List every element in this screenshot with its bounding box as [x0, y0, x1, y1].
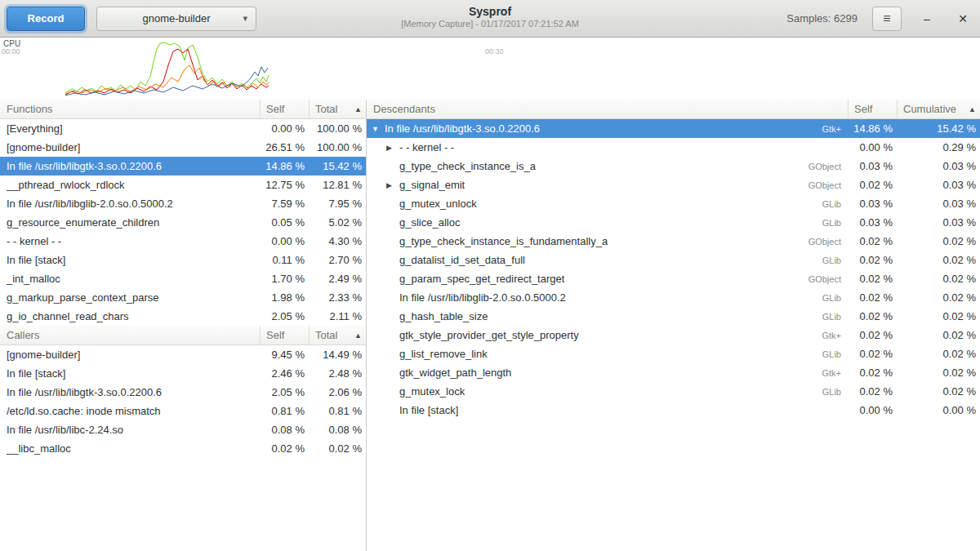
- self-value: 14.86 %: [848, 122, 897, 135]
- function-name-cell: g_param_spec_get_redirect_targetGObject: [367, 273, 848, 285]
- process-selector[interactable]: gnome-builder ▾: [96, 7, 256, 31]
- function-name: __pthread_rwlock_rdlock: [0, 179, 260, 191]
- total-value: 2.06 %: [309, 386, 366, 398]
- library-badge: GObject: [800, 274, 848, 284]
- total-column-header[interactable]: Total ▲: [309, 326, 366, 344]
- function-name-cell: g_type_check_instance_is_fundamentally_a…: [367, 235, 848, 247]
- table-row[interactable]: - - kernel - -0.00 %4.30 %: [0, 232, 366, 251]
- minimize-button[interactable]: –: [916, 8, 938, 29]
- function-name: In file /usr/lib/libglib-2.0.so.0.5000.2: [399, 291, 566, 304]
- self-value: 0.05 %: [260, 216, 309, 229]
- tree-row[interactable]: g_type_check_instance_is_fundamentally_a…: [367, 232, 980, 251]
- total-column-header[interactable]: Total ▲: [309, 100, 366, 118]
- tree-row[interactable]: ▶- - kernel - -0.00 %0.29 %: [367, 138, 980, 157]
- samples-count: Samples: 6299: [786, 12, 858, 24]
- tree-row[interactable]: g_mutex_lockGLib0.02 %0.02 %: [367, 382, 980, 401]
- cumulative-value: 15.42 %: [897, 122, 980, 135]
- expand-icon[interactable]: ▶: [386, 144, 399, 152]
- function-name: g_list_remove_link: [399, 348, 488, 360]
- expand-icon[interactable]: ▶: [386, 181, 399, 189]
- table-row[interactable]: /etc/ld.so.cache: inode mismatch0.81 %0.…: [0, 402, 366, 420]
- table-row[interactable]: [Everything]0.00 %100.00 %: [0, 119, 366, 138]
- cumulative-column-header[interactable]: Cumulative ▲: [897, 100, 980, 118]
- self-value: 0.08 %: [260, 424, 309, 436]
- table-row[interactable]: g_resource_enumerate_children0.05 %5.02 …: [0, 213, 366, 232]
- tree-row[interactable]: In file /usr/lib/libglib-2.0.so.0.5000.2…: [367, 288, 980, 307]
- collapse-icon[interactable]: ▼: [372, 125, 385, 133]
- record-button[interactable]: Record: [7, 7, 85, 31]
- process-selector-label: gnome-builder: [142, 12, 210, 24]
- tree-row[interactable]: g_hash_table_sizeGLib0.02 %0.02 %: [367, 307, 980, 326]
- tree-row[interactable]: ▼In file /usr/lib/libgtk-3.so.0.2200.6Gt…: [367, 119, 980, 138]
- tree-row[interactable]: g_type_check_instance_is_aGObject0.03 %0…: [367, 157, 980, 176]
- table-row[interactable]: g_markup_parse_context_parse1.98 %2.33 %: [0, 288, 366, 307]
- self-value: 0.02 %: [848, 367, 897, 379]
- self-value: 9.45 %: [260, 349, 309, 361]
- self-value: 0.03 %: [848, 160, 897, 172]
- cumulative-value: 0.03 %: [897, 216, 980, 229]
- function-name: gtk_style_provider_get_style_property: [399, 329, 579, 341]
- function-name: In file /usr/lib/libgtk-3.so.0.2200.6: [0, 386, 260, 398]
- table-row[interactable]: In file /usr/lib/libglib-2.0.so.0.5000.2…: [0, 194, 366, 213]
- function-name: - - kernel - -: [0, 235, 260, 247]
- table-row[interactable]: __pthread_rwlock_rdlock12.75 %12.81 %: [0, 176, 366, 194]
- total-value: 5.02 %: [309, 216, 366, 229]
- tree-row[interactable]: g_param_spec_get_redirect_targetGObject0…: [367, 269, 980, 288]
- table-row[interactable]: In file [stack]2.46 %2.48 %: [0, 364, 366, 383]
- self-value: 2.05 %: [260, 310, 309, 322]
- cumulative-value: 0.02 %: [897, 310, 980, 322]
- self-column-header[interactable]: Self: [260, 100, 309, 118]
- table-row[interactable]: In file [stack]0.11 %2.70 %: [0, 251, 366, 269]
- function-name-cell: ▶g_signal_emitGObject: [367, 179, 848, 191]
- tree-row[interactable]: In file [stack]0.00 %0.00 %: [367, 401, 980, 420]
- functions-rows: [Everything]0.00 %100.00 %[gnome-builder…: [0, 119, 366, 326]
- self-column-header[interactable]: Self: [260, 326, 309, 344]
- callers-column-header[interactable]: Callers: [0, 326, 260, 344]
- self-value: 0.02 %: [848, 291, 897, 304]
- tree-row[interactable]: ▶g_signal_emitGObject0.02 %0.03 %: [367, 176, 980, 194]
- tree-row[interactable]: gtk_style_provider_get_style_propertyGtk…: [367, 326, 980, 344]
- table-row[interactable]: [gnome-builder]26.51 %100.00 %: [0, 138, 366, 157]
- self-value: 0.03 %: [848, 198, 897, 210]
- table-row[interactable]: In file /usr/lib/libgtk-3.so.0.2200.614.…: [0, 157, 366, 176]
- self-column-header[interactable]: Self: [848, 100, 897, 118]
- tree-row[interactable]: gtk_widget_path_lengthGtk+0.02 %0.02 %: [367, 363, 980, 382]
- table-row[interactable]: g_io_channel_read_chars2.05 %2.11 %: [0, 307, 366, 326]
- table-row[interactable]: In file /usr/lib/libgtk-3.so.0.2200.62.0…: [0, 383, 366, 402]
- table-row[interactable]: _int_malloc1.70 %2.49 %: [0, 269, 366, 288]
- library-badge: GLib: [814, 256, 848, 265]
- function-name: g_markup_parse_context_parse: [0, 291, 260, 304]
- function-name: gtk_widget_path_length: [399, 367, 511, 379]
- table-row[interactable]: __libc_malloc0.02 %0.02 %: [0, 439, 366, 458]
- tree-row[interactable]: g_datalist_id_set_data_fullGLib0.02 %0.0…: [367, 251, 980, 269]
- table-row[interactable]: [gnome-builder]9.45 %14.49 %: [0, 345, 366, 364]
- tree-row[interactable]: g_slice_allocGLib0.03 %0.03 %: [367, 213, 980, 232]
- function-name: In file [stack]: [0, 367, 260, 380]
- descendants-header: Descendants Self Cumulative ▲: [367, 100, 980, 119]
- tree-row[interactable]: g_list_remove_linkGLib0.02 %0.02 %: [367, 344, 980, 363]
- function-name: In file /usr/lib/libgtk-3.so.0.2200.6: [385, 122, 540, 135]
- table-row[interactable]: In file /usr/lib/libc-2.24.so0.08 %0.08 …: [0, 420, 366, 439]
- sort-indicator-icon: ▲: [354, 105, 362, 113]
- functions-column-header[interactable]: Functions: [0, 100, 260, 118]
- cpu-graph[interactable]: CPU 00:00 00:30: [0, 38, 980, 100]
- menu-button[interactable]: ≡: [872, 7, 902, 31]
- function-name: g_type_check_instance_is_a: [399, 160, 536, 172]
- window-subtitle: [Memory Capture] - 01/17/2017 07:21:52 A…: [401, 19, 579, 29]
- close-button[interactable]: ✕: [952, 8, 973, 29]
- self-value: 1.70 %: [260, 273, 309, 285]
- function-name-cell: g_list_remove_linkGLib: [367, 348, 848, 360]
- minimize-icon: –: [924, 12, 930, 25]
- function-name: In file /usr/lib/libgtk-3.so.0.2200.6: [0, 160, 260, 172]
- right-pane: Descendants Self Cumulative ▲ ▼In file /…: [367, 100, 980, 551]
- functions-header: Functions Self Total ▲: [0, 100, 366, 119]
- cumulative-value: 0.02 %: [897, 235, 980, 247]
- descendants-column-header[interactable]: Descendants: [367, 100, 848, 118]
- self-value: 7.59 %: [260, 198, 309, 210]
- total-value: 7.95 %: [309, 198, 366, 210]
- callers-header: Callers Self Total ▲: [0, 326, 366, 345]
- tree-row[interactable]: g_mutex_unlockGLib0.03 %0.03 %: [367, 194, 980, 213]
- total-value: 0.81 %: [309, 405, 366, 417]
- library-badge: GLib: [814, 387, 848, 397]
- total-value: 14.49 %: [309, 349, 366, 361]
